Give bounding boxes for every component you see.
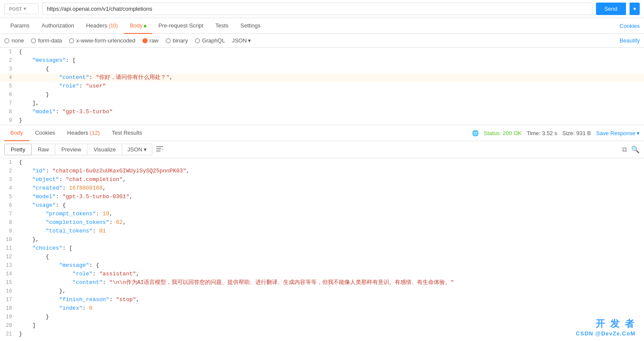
body-opt-binary[interactable]: binary: [166, 37, 188, 44]
line-content: {: [17, 158, 644, 167]
tab-body[interactable]: Body: [124, 18, 153, 34]
line-number: 6: [0, 91, 17, 99]
json-format-select[interactable]: JSON ▾: [232, 37, 251, 44]
view-pretty-button[interactable]: Pretty: [4, 144, 32, 155]
line-number: 3: [0, 175, 17, 184]
send-button[interactable]: Send: [596, 3, 626, 15]
resp-json-format-select[interactable]: JSON ▾: [122, 144, 152, 155]
line-number: 20: [0, 321, 17, 330]
body-opt-form-data-label: form-data: [38, 37, 62, 44]
wrap-icon[interactable]: [156, 145, 163, 154]
tab-params[interactable]: Params: [4, 18, 36, 34]
body-opt-raw[interactable]: raw: [142, 37, 159, 44]
view-raw-button[interactable]: Raw: [32, 144, 55, 155]
body-opt-graphql[interactable]: GraphQL: [195, 37, 225, 44]
line-number: 16: [0, 287, 17, 296]
response-code-line: 1{: [0, 158, 644, 167]
response-code-line: 18 "index": 0: [0, 304, 644, 313]
response-code-line: 13 "message": {: [0, 261, 644, 270]
response-right-icons: ⧉ 🔍: [622, 145, 640, 154]
line-number: 2: [0, 167, 17, 175]
resp-tab-body[interactable]: Body: [4, 125, 29, 141]
response-code-editor[interactable]: 1{2 "id": "chatcmpl-6u0z2uUKaxGIWUylSySQ…: [0, 158, 644, 338]
resp-json-label: JSON: [127, 146, 142, 153]
cookies-link[interactable]: Cookies: [620, 23, 640, 29]
line-number: 5: [0, 193, 17, 201]
url-input[interactable]: [42, 3, 593, 15]
json-format-label: JSON: [232, 37, 247, 44]
radio-none: [4, 38, 9, 43]
line-number: 1: [0, 158, 17, 167]
tab-authorization[interactable]: Authorization: [36, 18, 80, 34]
response-view-bar: Pretty Raw Preview Visualize JSON ▾ ⧉ 🔍: [0, 141, 644, 158]
tab-headers[interactable]: Headers (10): [80, 18, 124, 34]
line-number: 10: [0, 235, 17, 244]
copy-icon[interactable]: ⧉: [622, 146, 627, 154]
line-number: 17: [0, 296, 17, 304]
line-number: 3: [0, 65, 17, 73]
tab-settings[interactable]: Settings: [234, 18, 266, 34]
line-number: 12: [0, 253, 17, 261]
send-dropdown-button[interactable]: ▾: [629, 3, 640, 15]
request-code-editor[interactable]: 1{2 "messages": [3 {4 "content": "你好，请问你…: [0, 48, 644, 125]
response-code-line: 8 "completion_tokens": 62,: [0, 218, 644, 227]
line-content: "prompt_tokens": 19,: [17, 210, 644, 218]
response-tabs-bar: Body Cookies Headers (12) Test Results 🌐…: [0, 125, 644, 141]
line-number: 9: [0, 227, 17, 235]
request-code-line: 1{: [0, 48, 644, 56]
line-number: 4: [0, 184, 17, 193]
line-number: 7: [0, 210, 17, 218]
line-content: "completion_tokens": 62,: [17, 218, 644, 227]
request-code-line: 2 "messages": [: [0, 56, 644, 65]
size-text: Size: 931 B: [562, 130, 591, 136]
resp-tab-test-results[interactable]: Test Results: [106, 125, 148, 141]
body-opt-urlencoded[interactable]: x-www-form-urlencoded: [69, 37, 136, 44]
resp-tab-cookies[interactable]: Cookies: [29, 125, 61, 141]
request-code-line: 7 ],: [0, 99, 644, 108]
save-response-button[interactable]: Save Response ▾: [596, 130, 640, 136]
line-content: }: [17, 313, 644, 321]
response-code-line: 3 "object": "chat.completion",: [0, 175, 644, 184]
body-opt-form-data[interactable]: form-data: [31, 37, 62, 44]
tab-tests[interactable]: Tests: [209, 18, 234, 34]
line-content: "model": "gpt-3.5-turbo": [17, 108, 644, 116]
line-content: ],: [17, 99, 644, 108]
line-content: "total_tokens": 81: [17, 227, 644, 235]
line-content: "index": 0: [17, 304, 644, 313]
response-code-line: 16 },: [0, 287, 644, 296]
line-number: 8: [0, 218, 17, 227]
line-content: "finish_reason": "stop",: [17, 296, 644, 304]
line-content: "choices": [: [17, 244, 644, 253]
tab-body-label: Body: [130, 22, 143, 29]
beautify-button[interactable]: Beautify: [620, 37, 640, 44]
line-number: 1: [0, 48, 17, 56]
method-select[interactable]: POST ▾: [4, 3, 39, 14]
resp-json-chevron: ▾: [144, 146, 147, 153]
line-content: "role": "user": [17, 82, 644, 91]
resp-tab-headers[interactable]: Headers (12): [61, 125, 106, 141]
line-content: "role": "assistant",: [17, 270, 644, 278]
request-code-line: 3 {: [0, 65, 644, 73]
tab-headers-label: Headers: [86, 22, 107, 29]
line-content: "created": 1678808168,: [17, 184, 644, 193]
response-status-bar: 🌐 Status: 200 OK Time: 3.52 s Size: 931 …: [472, 130, 640, 136]
body-opt-none-label: none: [12, 37, 24, 44]
save-response-label: Save Response: [596, 130, 635, 136]
view-visualize-button[interactable]: Visualize: [88, 144, 122, 155]
request-code-line: 4 "content": "你好，请问你有什么用处？",: [0, 73, 644, 82]
body-opt-none[interactable]: none: [4, 37, 24, 44]
response-code-line: 15 "content": "\n\n作为AI语言模型，我可以回答您的问题、提供…: [0, 278, 644, 287]
tab-pre-request[interactable]: Pre-request Script: [152, 18, 209, 34]
line-content: },: [17, 287, 644, 296]
response-code-line: 11 "choices": [: [0, 244, 644, 253]
response-code-line: 9 "total_tokens": 81: [0, 227, 644, 235]
line-content: "model": "gpt-3.5-turbo-0301",: [17, 193, 644, 201]
request-code-line: 8 "model": "gpt-3.5-turbo": [0, 108, 644, 116]
line-number: 13: [0, 261, 17, 270]
line-number: 6: [0, 201, 17, 210]
view-preview-button[interactable]: Preview: [55, 144, 88, 155]
globe-icon: 🌐: [472, 130, 479, 136]
line-content: {: [17, 48, 644, 56]
search-icon[interactable]: 🔍: [631, 145, 640, 154]
line-content: "content": "\n\n作为AI语言模型，我可以回答您的问题、提供帮助、…: [17, 278, 644, 287]
